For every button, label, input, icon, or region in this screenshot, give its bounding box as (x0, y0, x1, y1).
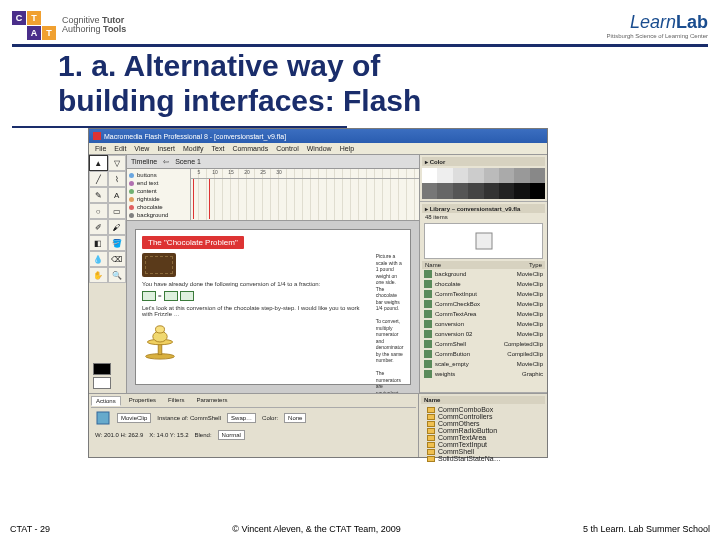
hint-text: Picture a scale with a 1 pound weight on… (376, 253, 404, 312)
color-mixer[interactable] (422, 168, 545, 199)
bucket-tool-icon[interactable]: 🪣 (108, 235, 127, 251)
eraser-tool-icon[interactable]: ⌫ (108, 251, 127, 267)
svg-rect-5 (476, 233, 492, 249)
right-dock: ▸ Color ▸ Library – conversionstart_v9.f… (419, 155, 547, 393)
filters-tab[interactable]: Filters (164, 396, 188, 406)
footer-center: © Vincent Aleven, & the CTAT Team, 2009 (232, 524, 400, 534)
ctat-block: T (42, 26, 56, 40)
brush-tool-icon[interactable]: 🖌 (108, 219, 127, 235)
stroke-swatch[interactable] (93, 363, 111, 375)
window-title: Macromedia Flash Professional 8 - [conve… (104, 133, 543, 140)
intro-text: You have already done the following conv… (142, 281, 368, 287)
swap-button[interactable]: Swap… (227, 413, 256, 423)
properties-tab[interactable]: Properties (125, 396, 160, 406)
document-tabs: Timeline ⇦ Scene 1 (127, 155, 419, 169)
stage[interactable]: The "Chocolate Problem" You have already… (135, 229, 411, 385)
slide-title: 1. a. Alternative way of building interf… (0, 47, 720, 122)
lasso-tool-icon[interactable]: ⌇ (108, 171, 127, 187)
ink-tool-icon[interactable]: ◧ (89, 235, 108, 251)
menu-item[interactable]: Commands (232, 145, 268, 152)
ctat-block: A (27, 26, 41, 40)
instruction-text: Let's look at this conversion of the cho… (142, 305, 368, 317)
menu-item[interactable]: Insert (157, 145, 175, 152)
pen-tool-icon[interactable]: ✎ (89, 187, 108, 203)
scale-icon (142, 323, 178, 361)
problem-title: The "Chocolate Problem" (142, 236, 244, 249)
library-panel-header[interactable]: ▸ Library – conversionstart_v9.fla (422, 204, 545, 213)
menu-item[interactable]: Control (276, 145, 299, 152)
selection-tool-icon[interactable]: ▲ (89, 155, 108, 171)
app-titlebar: Macromedia Flash Professional 8 - [conve… (89, 129, 547, 143)
zoom-tool-icon[interactable]: 🔍 (108, 267, 127, 283)
blend-label: Blend: (195, 432, 212, 438)
color-dropdown[interactable]: None (284, 413, 306, 423)
library-preview (424, 223, 543, 259)
color-panel-header[interactable]: ▸ Color (422, 157, 545, 166)
menu-item[interactable]: Help (340, 145, 354, 152)
oval-tool-icon[interactable]: ○ (89, 203, 108, 219)
menu-bar[interactable]: File Edit View Insert Modify Text Comman… (89, 143, 547, 155)
subselect-tool-icon[interactable]: ▽ (108, 155, 127, 171)
ctat-subtitle: Authoring Tools (62, 25, 126, 34)
slide-header: C T A T Cognitive Tutor Authoring Tools … (0, 0, 720, 44)
components-tree[interactable]: Name CommComboBox CommControllers CommOt… (419, 394, 547, 457)
fill-swatch[interactable] (93, 377, 111, 389)
line-tool-icon[interactable]: ╱ (89, 171, 108, 187)
menu-item[interactable]: Window (307, 145, 332, 152)
preview-icon (472, 229, 496, 253)
hand-tool-icon[interactable]: ✋ (89, 267, 108, 283)
pencil-tool-icon[interactable]: ✐ (89, 219, 108, 235)
timeline-panel[interactable]: buttons end text content rightside choco… (127, 169, 419, 221)
instance-label: Instance of: CommShell (157, 415, 221, 421)
timeline-tab[interactable]: Timeline (131, 158, 157, 165)
menu-item[interactable]: Edit (114, 145, 126, 152)
library-count: 48 items (422, 213, 545, 221)
menu-item[interactable]: File (95, 145, 106, 152)
ctat-logo: C T A T Cognitive Tutor Authoring Tools (12, 11, 126, 40)
svg-point-4 (156, 326, 165, 333)
ctat-block: T (27, 11, 41, 25)
blend-dropdown[interactable]: Normal (218, 430, 245, 440)
flash-ide-screenshot: Macromedia Flash Professional 8 - [conve… (88, 128, 548, 458)
fraction-inputs[interactable]: = (142, 291, 368, 301)
color-label: Color: (262, 415, 278, 421)
chocolate-icon (142, 253, 176, 277)
menu-item[interactable]: Text (212, 145, 225, 152)
scene-tab[interactable]: Scene 1 (175, 158, 201, 165)
footer-right: 5 th Learn. Lab Summer School (583, 524, 710, 534)
timeline-frames[interactable]: 51015202530 (191, 169, 419, 220)
hint-text: The numerators are equivalent. (376, 370, 404, 393)
flash-app-icon (93, 132, 101, 140)
footer-left: CTAT - 29 (10, 524, 50, 534)
hint-text: To convert, multiply numerator and denom… (376, 318, 404, 364)
eyedrop-tool-icon[interactable]: 💧 (89, 251, 108, 267)
slide-footer: CTAT - 29 © Vincent Aleven, & the CTAT T… (0, 524, 720, 534)
clip-icon (95, 410, 111, 426)
properties-panel[interactable]: Actions Properties Filters Parameters Mo… (89, 394, 419, 457)
learnlab-logo: LearnLab Pittsburgh Science of Learning … (607, 12, 708, 39)
rect-tool-icon[interactable]: ▭ (108, 203, 127, 219)
parameters-tab[interactable]: Parameters (192, 396, 231, 406)
tools-panel[interactable]: ▲▽ ╱⌇ ✎A ○▭ ✐🖌 ◧🪣 💧⌫ ✋🔍 (89, 155, 127, 393)
pos-readout: X: 14.0 Y: 15.2 (149, 432, 188, 438)
menu-item[interactable]: Modify (183, 145, 204, 152)
layer-list[interactable]: buttons end text content rightside choco… (127, 169, 191, 220)
actions-tab[interactable]: Actions (91, 396, 121, 406)
menu-item[interactable]: View (134, 145, 149, 152)
text-tool-icon[interactable]: A (108, 187, 127, 203)
symbol-type-dropdown[interactable]: MovieClip (117, 413, 151, 423)
ctat-block: C (12, 11, 26, 25)
size-readout: W: 201.0 H: 262.9 (95, 432, 143, 438)
svg-rect-6 (97, 412, 109, 424)
